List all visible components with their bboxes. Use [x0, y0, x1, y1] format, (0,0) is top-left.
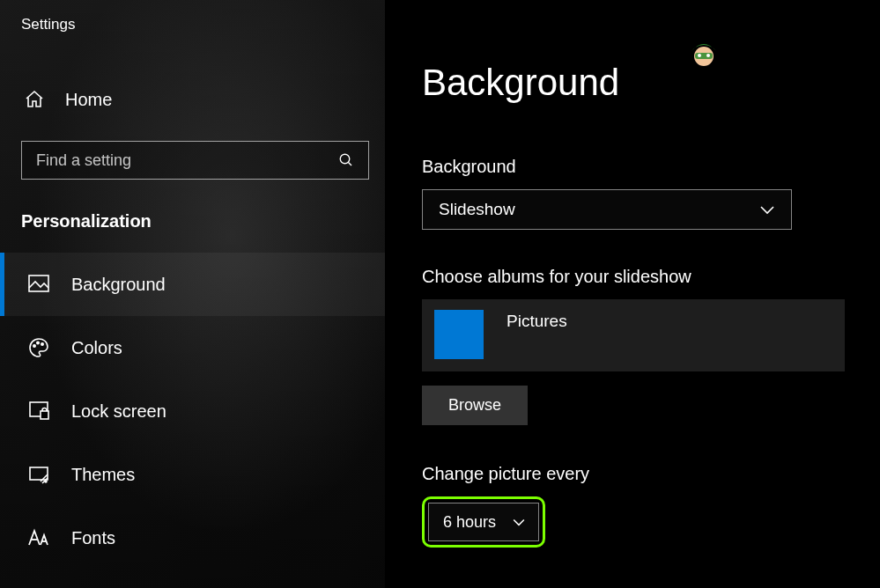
search-input[interactable] [36, 151, 337, 170]
settings-window: Settings Home Personalization [0, 0, 880, 588]
choose-albums-label: Choose albums for your slideshow [422, 267, 845, 287]
fonts-icon [27, 526, 50, 549]
sidebar-item-lockscreen[interactable]: Lock screen [0, 379, 385, 443]
home-icon [23, 88, 46, 111]
svg-line-1 [348, 162, 351, 165]
page-title: Background [422, 62, 845, 104]
background-dropdown[interactable]: Slideshow [422, 189, 792, 230]
main-panel: Background Background Slideshow Choose a… [385, 0, 880, 588]
palette-icon [27, 336, 50, 359]
browse-button[interactable]: Browse [422, 386, 528, 425]
svg-rect-13 [695, 53, 713, 59]
themes-icon [27, 463, 50, 486]
app-title: Settings [0, 16, 385, 33]
svg-point-4 [37, 342, 39, 343]
sidebar-item-label: Background [71, 275, 166, 295]
svg-rect-2 [29, 276, 48, 291]
sidebar-item-label: Colors [71, 338, 122, 358]
browse-button-label: Browse [448, 396, 501, 414]
album-thumbnail [434, 310, 484, 359]
svg-point-15 [706, 54, 710, 57]
lockscreen-icon [27, 400, 50, 423]
svg-point-0 [340, 154, 350, 164]
picture-icon [27, 273, 50, 296]
change-every-value: 6 hours [443, 513, 496, 532]
chevron-down-icon [512, 518, 526, 526]
sidebar-item-themes[interactable]: Themes [0, 443, 385, 506]
section-label: Personalization [0, 180, 385, 253]
sidebar-item-label: Fonts [71, 528, 115, 548]
sidebar: Settings Home Personalization [0, 0, 385, 588]
sidebar-item-fonts[interactable]: Fonts [0, 506, 385, 570]
chevron-down-icon [759, 204, 775, 215]
svg-point-9 [45, 481, 47, 482]
sidebar-item-background[interactable]: Background [0, 253, 385, 316]
svg-point-3 [33, 345, 35, 347]
change-every-dropdown[interactable]: 6 hours [428, 503, 539, 541]
svg-rect-7 [41, 411, 48, 419]
album-name: Pictures [507, 310, 567, 331]
change-every-label: Change picture every [422, 464, 845, 484]
search-box[interactable] [21, 141, 369, 180]
sidebar-item-label: Themes [71, 465, 135, 485]
home-nav-item[interactable]: Home [0, 79, 385, 120]
album-row[interactable]: Pictures [422, 299, 845, 371]
home-label: Home [65, 90, 112, 110]
background-field-label: Background [422, 157, 845, 177]
sidebar-item-label: Lock screen [71, 401, 166, 422]
avatar [686, 35, 721, 70]
highlight-annotation: 6 hours [422, 496, 545, 548]
background-dropdown-value: Slideshow [439, 200, 515, 219]
svg-point-14 [698, 54, 701, 57]
sidebar-item-colors[interactable]: Colors [0, 316, 385, 379]
svg-point-5 [41, 343, 43, 345]
search-icon [337, 151, 354, 169]
